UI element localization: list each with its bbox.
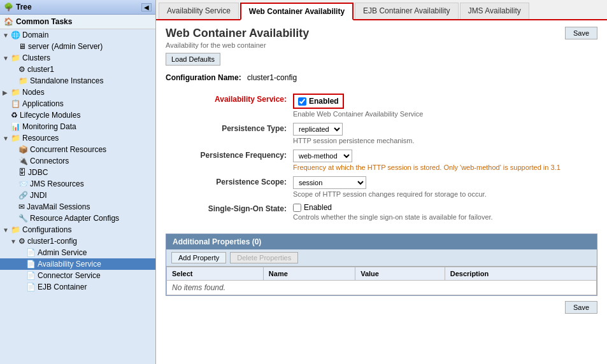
- tree-expand-icon: ▼: [3, 227, 9, 234]
- sidebar-item-ejbcontainer[interactable]: 📄EJB Container: [0, 281, 155, 293]
- sidebar-item-standalone[interactable]: 📁Standalone Instances: [0, 75, 155, 87]
- config-icon: 📄: [26, 271, 36, 280]
- sidebar-item-lifecycle[interactable]: ♻Lifecycle Modules: [0, 109, 155, 121]
- enabled-label-0: Enabled: [309, 97, 339, 106]
- load-defaults-button[interactable]: Load Defaults: [166, 53, 220, 66]
- tab-web-container-availability[interactable]: Web Container Availability: [240, 3, 353, 20]
- adapter-icon: 🔧: [18, 214, 28, 223]
- form-row-3: Persistence Scope:sessionmodified-sessio…: [166, 174, 597, 200]
- server-icon: 🖥: [18, 42, 26, 51]
- sidebar-item-clusters[interactable]: ▼📁Clusters: [0, 52, 155, 64]
- additional-props-header: Additional Properties (0): [166, 234, 597, 249]
- sidebar: 🌳 Tree ◀ 🏠 Common Tasks ▼🌐Domain🖥server …: [0, 0, 156, 364]
- ejb-icon: 📄: [26, 283, 36, 291]
- sidebar-item-label: JMS Resources: [30, 179, 84, 188]
- sidebar-item-label: server (Admin Server): [28, 42, 103, 51]
- sidebar-item-jdbc[interactable]: 🗄JDBC: [0, 167, 155, 178]
- sidebar-item-label: EJB Container: [38, 283, 87, 291]
- tab-availability-service[interactable]: Availability Service: [159, 3, 239, 19]
- props-col-0: Select: [167, 267, 264, 281]
- common-tasks-label: Common Tasks: [16, 17, 72, 26]
- select-2[interactable]: web-methodtime-basedon-shutdown: [293, 150, 352, 162]
- config-name-value: cluster1-config: [247, 73, 297, 82]
- form-label-1: Persistence Type:: [166, 120, 293, 147]
- delete-properties-button[interactable]: Delete Properties: [230, 252, 298, 263]
- select-3[interactable]: sessionmodified-sessionmodified-attribut…: [293, 176, 366, 189]
- sidebar-item-concurrent[interactable]: 📦Concurrent Resources: [0, 144, 155, 155]
- common-tasks[interactable]: 🏠 Common Tasks: [0, 15, 155, 29]
- sidebar-item-label: JavaMail Sessions: [27, 202, 90, 211]
- page-subtitle: Availability for the web container: [166, 41, 309, 49]
- no-items-text: No items found.: [172, 283, 225, 292]
- form-hint-3: Scope of HTTP session changes required f…: [293, 190, 597, 198]
- sidebar-item-cluster1config[interactable]: ▼⚙cluster1-config: [0, 235, 155, 247]
- sidebar-item-label: Lifecycle Modules: [20, 111, 80, 120]
- additional-props-toolbar: Add Property Delete Properties: [166, 249, 597, 267]
- sidebar-item-jms[interactable]: 📨JMS Resources: [0, 178, 155, 190]
- tab-ejb-container-availability[interactable]: EJB Container Availability: [355, 3, 459, 19]
- folder-icon: 📁: [11, 134, 20, 143]
- resource-icon: 📦: [18, 145, 28, 154]
- sidebar-item-applications[interactable]: 📋Applications: [0, 98, 155, 109]
- sidebar-item-label: JDBC: [28, 168, 48, 177]
- save-button-top[interactable]: Save: [565, 27, 597, 39]
- form-hint-1: HTTP session persistence mechanism.: [293, 137, 597, 144]
- sidebar-item-label: Configurations: [22, 225, 71, 234]
- additional-properties-section: Additional Properties (0) Add Property D…: [166, 234, 597, 296]
- checkbox-0[interactable]: [298, 97, 306, 106]
- sidebar-item-nodes[interactable]: ▶📁Nodes: [0, 87, 155, 98]
- form-label-3: Persistence Scope:: [166, 174, 293, 200]
- bottom-save-row: Save: [166, 296, 597, 320]
- availability-icon: 📄: [26, 260, 36, 269]
- cluster-icon: ⚙: [18, 237, 25, 246]
- props-col-2: Value: [355, 267, 445, 281]
- sidebar-item-connectors[interactable]: 🔌Connectors: [0, 155, 155, 167]
- sidebar-item-label: Standalone Instances: [30, 76, 103, 85]
- sidebar-item-server[interactable]: 🖥server (Admin Server): [0, 41, 155, 52]
- form-label-4: Single-Sign-On State:: [166, 200, 293, 223]
- save-button-bottom[interactable]: Save: [565, 301, 597, 314]
- form-row-2: Persistence Frequency:web-methodtime-bas…: [166, 147, 597, 174]
- sidebar-item-label: Resource Adapter Configs: [30, 214, 119, 223]
- tab-jms-availability[interactable]: JMS Availability: [460, 3, 529, 19]
- sidebar-item-adminservice[interactable]: 📄Admin Service: [0, 247, 155, 258]
- checkbox-wrapper-4: Enabled: [293, 203, 597, 212]
- sidebar-title: Tree: [16, 3, 32, 11]
- form-row-4: Single-Sign-On State:EnabledControls whe…: [166, 200, 597, 223]
- sidebar-item-label: Domain: [22, 31, 48, 39]
- sidebar-item-domain[interactable]: ▼🌐Domain: [0, 29, 155, 41]
- add-property-button[interactable]: Add Property: [171, 252, 226, 263]
- checkbox-4[interactable]: [293, 204, 301, 212]
- app-icon: 📋: [11, 99, 20, 108]
- no-items-row: No items found.: [167, 281, 597, 295]
- tab-bar: Availability ServiceWeb Container Availa…: [156, 0, 607, 20]
- sidebar-item-jndi[interactable]: 🔗JNDI: [0, 190, 155, 201]
- sidebar-item-connectorservice[interactable]: 📄Connector Service: [0, 270, 155, 281]
- sidebar-item-label: Connector Service: [38, 271, 101, 280]
- sidebar-collapse-btn[interactable]: ◀: [141, 3, 152, 11]
- props-col-1: Name: [263, 267, 355, 281]
- sidebar-item-resources[interactable]: ▼📁Resources: [0, 132, 155, 144]
- mail-icon: ✉: [18, 202, 25, 211]
- form-label-2: Persistence Frequency:: [166, 147, 293, 174]
- form-hint-0: Enable Web Container Availability Servic…: [293, 110, 597, 118]
- sidebar-item-label: Nodes: [22, 88, 45, 97]
- select-1[interactable]: replicatedmemoryfilecustom: [293, 123, 343, 136]
- tree-expand-icon: ▼: [3, 135, 9, 142]
- sidebar-item-javamail[interactable]: ✉JavaMail Sessions: [0, 201, 155, 213]
- enabled-label-4: Enabled: [304, 203, 332, 212]
- form-hint-4: Controls whether the single sign-on stat…: [293, 213, 597, 221]
- tree-expand-icon: ▼: [10, 238, 17, 245]
- no-items-cell: No items found.: [167, 281, 597, 295]
- sidebar-item-availabilityservice[interactable]: 📄Availability Service: [0, 258, 155, 270]
- folder-icon: 📁: [18, 76, 28, 85]
- sidebar-item-monitoring[interactable]: 📊Monitoring Data: [0, 121, 155, 132]
- sidebar-item-cluster1[interactable]: ⚙cluster1: [0, 64, 155, 75]
- sidebar-item-configurations[interactable]: ▼📁Configurations: [0, 224, 155, 235]
- sidebar-item-adapter[interactable]: 🔧Resource Adapter Configs: [0, 213, 155, 224]
- folder-icon: 📁: [11, 225, 20, 234]
- monitor-icon: 📊: [11, 122, 20, 131]
- sidebar-item-label: Monitoring Data: [22, 122, 76, 131]
- main-panel: Availability ServiceWeb Container Availa…: [156, 0, 607, 364]
- config-name-row: Configuration Name: cluster1-config: [166, 73, 597, 82]
